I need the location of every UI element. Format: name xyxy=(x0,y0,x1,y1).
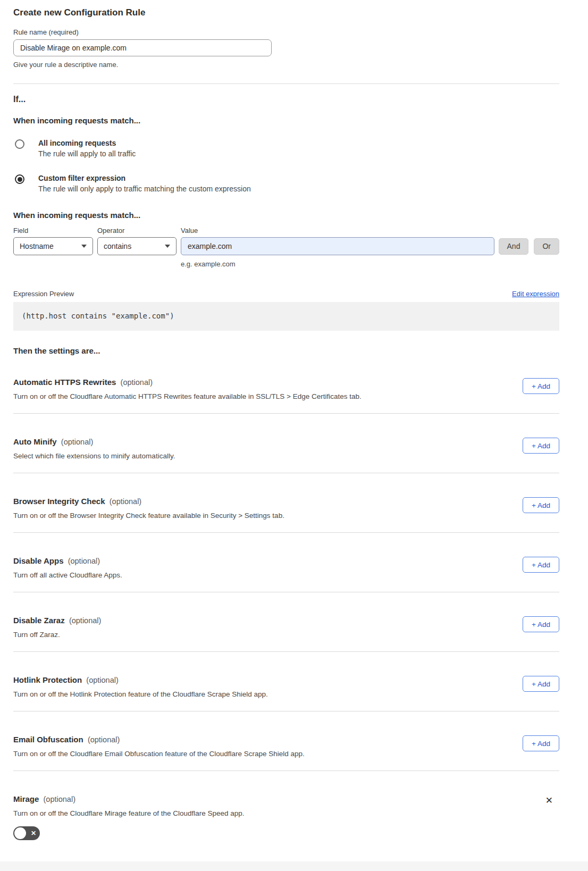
radio-option-description: The rule will only apply to traffic matc… xyxy=(38,185,251,193)
field-select[interactable]: Hostname xyxy=(13,237,93,255)
setting-description: Turn on or off the Browser Integrity Che… xyxy=(13,512,284,520)
edit-expression-link[interactable]: Edit expression xyxy=(512,290,559,298)
setting-section-browser-integrity-check: Browser Integrity Check (optional) Turn … xyxy=(13,473,559,520)
optional-label: (optional) xyxy=(69,616,101,625)
match-heading: When incoming requests match... xyxy=(13,116,559,125)
toggle-knob-icon xyxy=(14,827,26,839)
setting-title: Browser Integrity Check xyxy=(13,497,105,506)
radio-option-label: Custom filter expression xyxy=(38,174,251,182)
setting-title: Hotlink Protection xyxy=(13,675,82,684)
builder-heading: When incoming requests match... xyxy=(13,211,559,220)
expression-preview-label: Expression Preview xyxy=(13,290,74,298)
value-label: Value xyxy=(181,227,198,234)
setting-section-disable-apps: Disable Apps (optional) Turn off all act… xyxy=(13,533,559,579)
radio-option-description: The rule will apply to all traffic xyxy=(38,149,136,158)
radio-option-custom-expression[interactable]: Custom filter expression The rule will o… xyxy=(13,174,559,193)
setting-description: Select which file extensions to minify a… xyxy=(13,452,175,460)
or-button[interactable]: Or xyxy=(534,238,559,255)
optional-label: (optional) xyxy=(110,497,141,506)
rule-name-label: Rule name (required) xyxy=(13,28,559,36)
add-button[interactable]: + Add xyxy=(523,676,559,692)
setting-description: Turn on or off the Cloudflare Email Obfu… xyxy=(13,750,305,758)
add-button[interactable]: + Add xyxy=(523,735,559,751)
setting-description: Turn on or off the Cloudflare Mirage fea… xyxy=(13,809,245,817)
radio-option-label: All incoming requests xyxy=(38,139,136,147)
setting-description: Turn off Zaraz. xyxy=(13,631,101,639)
add-button[interactable]: + Add xyxy=(523,497,559,513)
value-input[interactable] xyxy=(181,237,494,255)
setting-title: Mirage xyxy=(13,794,39,803)
setting-section-hotlink-protection: Hotlink Protection (optional) Turn on or… xyxy=(13,652,559,698)
setting-title: Disable Apps xyxy=(13,556,63,565)
radio-unselected-icon[interactable] xyxy=(15,139,24,149)
setting-title: Automatic HTTPS Rewrites xyxy=(13,378,116,387)
setting-section-email-obfuscation: Email Obfuscation (optional) Turn on or … xyxy=(13,711,559,758)
operator-label: Operator xyxy=(97,227,181,234)
page-bottom-strip xyxy=(0,861,588,871)
rule-name-input[interactable] xyxy=(13,39,272,56)
setting-description: Turn on or off the Hotlink Protection fe… xyxy=(13,690,268,698)
add-button[interactable]: + Add xyxy=(523,438,559,454)
toggle-off-x-icon: ✕ xyxy=(31,830,36,837)
chevron-down-icon xyxy=(81,245,87,248)
operator-select-value: contains xyxy=(104,242,131,250)
add-button[interactable]: + Add xyxy=(523,616,559,632)
field-select-value: Hostname xyxy=(20,242,54,250)
value-hint: e.g. example.com xyxy=(181,260,559,268)
setting-section-auto-minify: Auto Minify (optional) Select which file… xyxy=(13,414,559,460)
chevron-down-icon xyxy=(165,245,170,248)
optional-label: (optional) xyxy=(44,795,75,803)
create-rule-form: Create new Configuration Rule Rule name … xyxy=(0,0,588,840)
radio-option-all-requests[interactable]: All incoming requests The rule will appl… xyxy=(13,139,559,158)
page-title: Create new Configuration Rule xyxy=(13,7,559,18)
radio-selected-icon[interactable] xyxy=(15,174,24,184)
mirage-toggle[interactable]: ✕ xyxy=(13,826,40,840)
setting-title: Disable Zaraz xyxy=(13,616,65,625)
operator-select[interactable]: contains xyxy=(97,237,177,255)
setting-section-mirage: Mirage (optional) Turn on or off the Clo… xyxy=(13,771,559,840)
and-button[interactable]: And xyxy=(499,238,529,255)
if-heading: If... xyxy=(13,95,559,104)
field-label: Field xyxy=(13,227,97,234)
rule-name-help: Give your rule a descriptive name. xyxy=(13,61,559,69)
optional-label: (optional) xyxy=(88,735,120,744)
setting-section-automatic-https-rewrites: Automatic HTTPS Rewrites (optional) Turn… xyxy=(13,366,559,400)
expression-preview-code: (http.host contains "example.com") xyxy=(13,302,559,331)
setting-title: Email Obfuscation xyxy=(13,735,83,744)
setting-section-disable-zaraz: Disable Zaraz (optional) Turn off Zaraz.… xyxy=(13,592,559,639)
close-icon[interactable]: ✕ xyxy=(545,796,553,805)
optional-label: (optional) xyxy=(121,378,153,387)
add-button[interactable]: + Add xyxy=(523,557,559,573)
then-settings-heading: Then the settings are... xyxy=(13,346,559,355)
setting-description: Turn on or off the Cloudflare Automatic … xyxy=(13,392,362,400)
optional-label: (optional) xyxy=(61,438,93,446)
divider xyxy=(13,83,559,84)
setting-title: Auto Minify xyxy=(13,437,57,446)
optional-label: (optional) xyxy=(68,557,100,565)
add-button[interactable]: + Add xyxy=(523,378,559,394)
setting-description: Turn off all active Cloudflare Apps. xyxy=(13,571,122,579)
optional-label: (optional) xyxy=(86,676,118,684)
